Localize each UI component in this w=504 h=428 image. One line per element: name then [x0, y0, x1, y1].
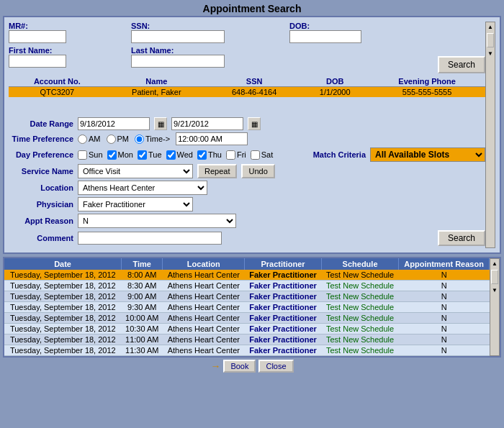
- results-col-reason: Appointment Reason: [399, 258, 490, 270]
- reason-select[interactable]: N: [78, 214, 236, 228]
- location-label: Location: [9, 183, 73, 192]
- day-fri-label[interactable]: Fri: [226, 150, 246, 160]
- radio-am-label[interactable]: AM: [78, 135, 101, 144]
- col-phone: Evening Phone: [369, 76, 485, 87]
- patient-name: Patient, Faker: [106, 87, 207, 98]
- repeat-button[interactable]: Repeat: [197, 164, 237, 178]
- day-sun-check[interactable]: [78, 150, 87, 160]
- dob-input[interactable]: [289, 30, 361, 43]
- bottom-bar: → Book Close: [0, 358, 504, 375]
- result-row[interactable]: Tuesday, September 18, 201211:00 AMAthen…: [4, 334, 490, 345]
- result-row[interactable]: Tuesday, September 18, 201211:30 AMAthen…: [4, 345, 490, 356]
- radio-pm-label[interactable]: PM: [107, 135, 130, 144]
- ssn-input[interactable]: [131, 30, 225, 43]
- day-wed-check[interactable]: [166, 150, 176, 160]
- close-button[interactable]: Close: [258, 360, 293, 373]
- day-fri-check[interactable]: [226, 150, 235, 160]
- cal-to-button[interactable]: ▦: [248, 117, 261, 130]
- scroll-thumb[interactable]: [487, 33, 494, 47]
- results-col-practitioner: Practitioner: [245, 258, 322, 270]
- cal-from-button[interactable]: ▦: [154, 117, 167, 130]
- col-name: Name: [106, 76, 207, 87]
- patient-row[interactable]: QTC3207 Patient, Faker 648-46-4164 1/1/2…: [9, 87, 485, 98]
- day-sat-label[interactable]: Sat: [251, 150, 274, 160]
- time-input[interactable]: [176, 132, 248, 145]
- last-name-label: Last Name:: [131, 46, 225, 55]
- mr-input[interactable]: [9, 30, 66, 43]
- result-row[interactable]: Tuesday, September 18, 20128:00 AMAthens…: [4, 270, 490, 281]
- arrow-icon: →: [210, 360, 220, 372]
- scroll-down-arrow[interactable]: ▼: [486, 49, 495, 58]
- results-col-location: Location: [163, 258, 245, 270]
- result-row[interactable]: Tuesday, September 18, 20128:30 AMAthens…: [4, 281, 490, 291]
- date-to-input[interactable]: [171, 117, 243, 130]
- day-thu-check[interactable]: [197, 150, 207, 160]
- physician-label: Physician: [9, 200, 73, 209]
- day-pref-label: Day Preference: [9, 150, 73, 159]
- results-scroll-thumb[interactable]: [491, 270, 498, 284]
- physician-select[interactable]: Faker Practitioner: [78, 197, 193, 211]
- search-top-button[interactable]: Search: [438, 56, 485, 73]
- comment-input[interactable]: [78, 232, 222, 245]
- col-dob: DOB: [301, 76, 369, 87]
- result-row[interactable]: Tuesday, September 18, 201210:30 AMAthen…: [4, 324, 490, 334]
- date-range-label: Date Range: [9, 119, 73, 128]
- results-table: Date Time Location Practitioner Schedule…: [4, 258, 490, 356]
- day-sat-check[interactable]: [251, 150, 260, 160]
- col-account: Account No.: [9, 76, 106, 87]
- result-row[interactable]: Tuesday, September 18, 20129:30 AMAthens…: [4, 302, 490, 313]
- date-from-input[interactable]: [78, 117, 150, 130]
- day-mon-check[interactable]: [107, 150, 117, 160]
- result-row[interactable]: Tuesday, September 18, 20129:00 AMAthens…: [4, 291, 490, 302]
- radio-time[interactable]: [135, 135, 144, 144]
- match-criteria-label: Match Criteria: [313, 150, 366, 159]
- patient-account: QTC3207: [9, 87, 106, 98]
- day-wed-label[interactable]: Wed: [166, 150, 193, 160]
- patient-table: Account No. Name SSN DOB Evening Phone Q…: [9, 76, 485, 97]
- mr-label: MR#:: [9, 22, 66, 30]
- scroll-up-arrow[interactable]: ▲: [486, 22, 495, 32]
- day-tue-check[interactable]: [138, 150, 147, 160]
- comment-label: Comment: [9, 234, 73, 242]
- service-select[interactable]: Office Visit: [78, 164, 193, 178]
- results-col-time: Time: [122, 258, 163, 270]
- search-bottom-button[interactable]: Search: [438, 230, 485, 246]
- first-name-input[interactable]: [9, 55, 66, 68]
- results-scroll-up[interactable]: ▲: [490, 259, 499, 268]
- patient-phone: 555-555-5555: [369, 87, 485, 98]
- ssn-label: SSN:: [131, 22, 225, 30]
- col-ssn: SSN: [207, 76, 301, 87]
- undo-button[interactable]: Undo: [241, 164, 274, 178]
- location-select[interactable]: Athens Heart Center: [78, 181, 207, 195]
- all-slots-select[interactable]: All Available Slots: [370, 147, 485, 162]
- result-row[interactable]: Tuesday, September 18, 201210:00 AMAthen…: [4, 313, 490, 324]
- day-sun-label[interactable]: Sun: [78, 150, 103, 160]
- last-name-input[interactable]: [131, 55, 225, 68]
- patient-dob: 1/1/2000: [301, 87, 369, 98]
- day-tue-label[interactable]: Tue: [138, 150, 162, 160]
- appt-reason-label: Appt Reason: [9, 217, 73, 225]
- results-panel: Date Time Location Practitioner Schedule…: [3, 257, 501, 358]
- day-thu-label[interactable]: Thu: [197, 150, 222, 160]
- results-scroll-down[interactable]: ▼: [490, 286, 499, 295]
- results-col-date: Date: [4, 258, 122, 270]
- service-label: Service Name: [9, 167, 73, 176]
- results-col-schedule: Schedule: [321, 258, 398, 270]
- page-title: Appointment Search: [0, 0, 504, 16]
- results-scrollbar[interactable]: ▲ ▼: [490, 258, 500, 356]
- radio-time-label[interactable]: Time->: [135, 135, 170, 144]
- radio-am[interactable]: [78, 135, 87, 144]
- radio-pm[interactable]: [107, 135, 116, 144]
- top-scrollbar[interactable]: ▲ ▼: [485, 22, 495, 248]
- first-name-label: First Name:: [9, 46, 66, 55]
- dob-label: DOB:: [289, 22, 361, 30]
- day-mon-label[interactable]: Mon: [107, 150, 133, 160]
- patient-ssn: 648-46-4164: [207, 87, 301, 98]
- time-pref-label: Time Preference: [9, 135, 73, 143]
- book-button[interactable]: Book: [223, 360, 256, 373]
